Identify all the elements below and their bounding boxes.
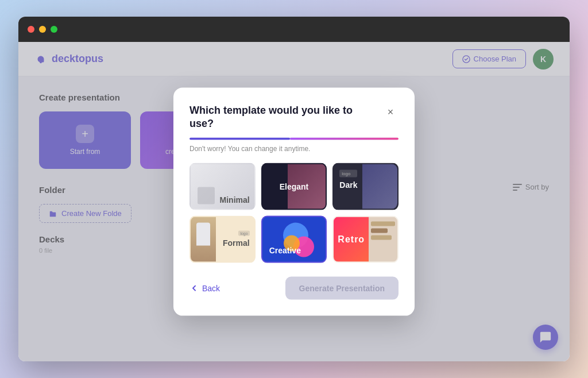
formal-image — [191, 217, 216, 261]
progress-bar — [189, 137, 399, 140]
minimize-traffic-light[interactable] — [39, 26, 46, 33]
minimal-label: Minimal — [220, 195, 250, 204]
app-window: decktopus Choose Plan K Create presentat… — [18, 17, 570, 361]
retro-bar-2 — [371, 228, 388, 233]
back-label: Back — [202, 283, 220, 292]
formal-logo: logo — [238, 231, 249, 236]
close-button[interactable]: × — [382, 104, 399, 120]
progress-fill-blue — [189, 137, 290, 140]
template-card-formal[interactable]: logo Formal — [189, 215, 256, 263]
dark-label: Dark — [339, 180, 357, 189]
modal-title: Which template would you like to use? — [189, 104, 382, 131]
retro-bar-3 — [371, 235, 392, 240]
template-grid: Minimal Elegant logo Dark — [189, 163, 399, 263]
modal-footer: Back Generate Presentation — [189, 276, 399, 299]
back-chevron-icon — [189, 283, 199, 292]
modal-header: Which template would you like to use? × — [189, 104, 399, 131]
dark-content: logo Dark — [339, 169, 357, 190]
app-content: decktopus Choose Plan K Create presentat… — [18, 42, 570, 361]
back-button[interactable]: Back — [189, 283, 220, 292]
retro-left: Retro — [334, 217, 369, 261]
dark-statue — [362, 164, 397, 209]
dark-logo: logo — [339, 169, 357, 177]
formal-right: logo Formal — [216, 226, 254, 252]
generate-presentation-button[interactable]: Generate Presentation — [285, 276, 399, 299]
retro-right — [369, 217, 397, 261]
retro-bar-1 — [371, 221, 395, 226]
formal-shirt — [196, 222, 210, 245]
modal-subtitle: Don't worry! You can change it anytime. — [189, 144, 399, 152]
generate-label: Generate Presentation — [299, 283, 385, 292]
maximize-traffic-light[interactable] — [51, 26, 57, 33]
progress-fill-pink — [290, 137, 399, 140]
minimal-decoration — [198, 187, 215, 204]
titlebar — [18, 17, 570, 42]
template-card-elegant[interactable]: Elegant — [261, 163, 327, 210]
template-card-creative[interactable]: Creative — [261, 215, 327, 263]
retro-label: Retro — [338, 234, 365, 244]
template-modal: Which template would you like to use? × … — [173, 88, 415, 316]
close-traffic-light[interactable] — [28, 26, 34, 33]
template-card-retro[interactable]: Retro — [332, 215, 399, 263]
elegant-label: Elegant — [280, 182, 309, 191]
template-card-dark[interactable]: logo Dark — [332, 163, 399, 210]
creative-label: Creative — [269, 245, 301, 254]
formal-label: Formal — [223, 238, 250, 248]
template-card-minimal[interactable]: Minimal — [189, 163, 256, 210]
